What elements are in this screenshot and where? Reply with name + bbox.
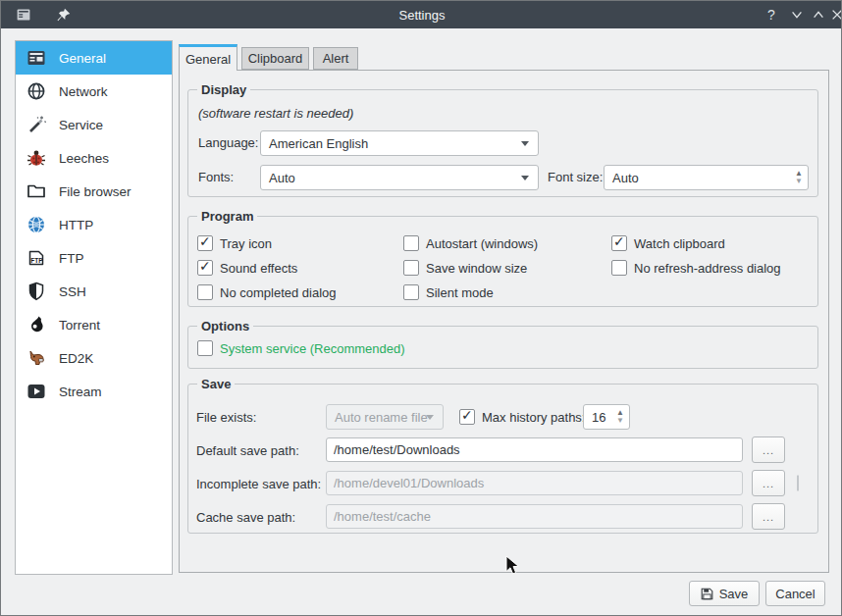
- sidebar-item-torrent[interactable]: Torrent: [16, 308, 172, 341]
- save-label: Save: [719, 587, 749, 601]
- ftp-document-icon: FTP: [26, 248, 46, 268]
- checkbox[interactable]: [403, 235, 419, 251]
- sidebar-item-leeches[interactable]: Leeches: [16, 141, 172, 175]
- checkbox-sound-effects[interactable]: Sound effects: [197, 260, 297, 276]
- mouse-cursor: [505, 555, 521, 577]
- tab-label: Alert: [323, 51, 349, 66]
- checkbox-label: No refresh-address dialog: [634, 261, 781, 276]
- settings-window: Settings ? General Network Service Leech…: [0, 0, 842, 616]
- sidebar-item-file-browser[interactable]: File browser: [16, 175, 172, 208]
- save-button[interactable]: Save: [689, 581, 760, 606]
- group-title: Save: [197, 377, 235, 391]
- font-size-value: Auto: [612, 171, 639, 185]
- checkbox[interactable]: [403, 284, 419, 300]
- checkbox-custom-incomplete-path[interactable]: [797, 475, 799, 491]
- file-exists-dropdown: Auto rename file: [326, 404, 444, 430]
- sidebar-item-ssh[interactable]: SSH: [16, 275, 172, 308]
- sidebar-item-ftp[interactable]: FTP FTP: [16, 241, 172, 275]
- checkbox[interactable]: [403, 260, 419, 276]
- checkbox-label: Sound effects: [220, 261, 297, 276]
- globe-icon: [26, 215, 46, 234]
- language-value: American English: [269, 136, 368, 151]
- browse-label: ...: [763, 444, 774, 456]
- checkbox[interactable]: [197, 340, 213, 356]
- browse-label: ...: [763, 478, 774, 489]
- checkbox[interactable]: [197, 284, 213, 300]
- donkey-icon: [26, 348, 46, 368]
- sidebar-item-stream[interactable]: Stream: [16, 375, 172, 408]
- max-history-value: 16: [592, 410, 605, 425]
- default-save-path-input[interactable]: [326, 437, 743, 462]
- checkbox-silent-mode[interactable]: Silent mode: [403, 284, 494, 300]
- file-exists-value: Auto rename file: [335, 410, 428, 425]
- checkbox[interactable]: [197, 260, 213, 276]
- sidebar-item-label: FTP: [59, 251, 84, 266]
- font-size-label: Font size:: [548, 170, 603, 184]
- sidebar-item-general[interactable]: General: [16, 41, 172, 75]
- chevron-down-icon: [521, 141, 529, 146]
- group-title: Program: [197, 209, 257, 224]
- tab-label: Clipboard: [248, 51, 303, 66]
- sidebar-item-label: Leeches: [59, 151, 109, 166]
- checkbox[interactable]: [611, 235, 627, 251]
- max-history-spinbox[interactable]: 16 ▲▼: [583, 404, 630, 430]
- play-icon: [26, 382, 46, 401]
- checkbox-label: Silent mode: [426, 285, 494, 300]
- globe-wireframe-icon: [26, 81, 46, 101]
- checkbox-label: System service (Recommended): [220, 341, 405, 356]
- checkbox[interactable]: [611, 260, 627, 276]
- sidebar-item-label: Network: [59, 84, 108, 99]
- save-group: Save File exists: Auto rename file Max h…: [187, 384, 818, 534]
- spinner-arrows-icon[interactable]: ▲▼: [616, 409, 624, 425]
- browse-default-path-button[interactable]: ...: [752, 436, 785, 463]
- magic-wand-icon: [26, 115, 46, 134]
- checkbox[interactable]: [197, 235, 213, 251]
- fonts-label: Fonts:: [198, 170, 234, 184]
- sidebar-item-service[interactable]: Service: [16, 108, 172, 141]
- checkbox-autostart[interactable]: Autostart (windows): [403, 235, 538, 251]
- close-icon[interactable]: [826, 4, 842, 26]
- spinner-arrows-icon[interactable]: ▲▼: [795, 170, 803, 185]
- floppy-disk-icon: [701, 588, 713, 600]
- checkbox-no-refresh-address[interactable]: No refresh-address dialog: [611, 260, 781, 276]
- group-title: Options: [197, 319, 253, 334]
- sidebar-item-ed2k[interactable]: ED2K: [16, 341, 172, 375]
- tab-general[interactable]: General: [179, 44, 237, 71]
- sidebar-item-label: General: [59, 51, 106, 66]
- torrent-flame-icon: [26, 315, 46, 334]
- checkbox-label: Autostart (windows): [426, 236, 538, 251]
- language-dropdown[interactable]: American English: [260, 130, 539, 156]
- checkbox-save-window-size[interactable]: Save window size: [403, 260, 527, 276]
- window-icon: [26, 48, 46, 68]
- checkbox-tray-icon[interactable]: Tray icon: [197, 235, 272, 251]
- file-exists-label: File exists:: [196, 410, 256, 425]
- tab-clipboard[interactable]: Clipboard: [241, 47, 309, 70]
- chevron-down-icon: [426, 415, 434, 420]
- help-button[interactable]: ?: [761, 4, 782, 26]
- sidebar-item-label: Torrent: [59, 318, 100, 333]
- browse-incomplete-path-button[interactable]: ...: [752, 470, 785, 496]
- svg-text:FTP: FTP: [30, 257, 43, 264]
- browse-cache-path-button[interactable]: ...: [752, 503, 785, 530]
- chevron-down-icon: [521, 176, 529, 180]
- checkbox[interactable]: [459, 409, 475, 425]
- checkbox-system-service[interactable]: System service (Recommended): [197, 340, 405, 356]
- fonts-dropdown[interactable]: Auto: [260, 165, 539, 190]
- tab-label: General: [185, 52, 231, 67]
- options-group: Options System service (Recommended): [187, 326, 818, 369]
- font-size-spinbox[interactable]: Auto ▲▼: [604, 165, 809, 190]
- sidebar-item-http[interactable]: HTTP: [16, 208, 172, 241]
- checkbox-label: Save window size: [426, 261, 527, 276]
- checkbox-max-history-paths[interactable]: Max history paths:: [459, 409, 586, 425]
- tab-alert[interactable]: Alert: [313, 47, 358, 70]
- cache-save-path-input: [326, 504, 743, 529]
- titlebar: Settings ?: [1, 1, 842, 28]
- minimize-icon[interactable]: [786, 4, 808, 26]
- fonts-value: Auto: [269, 171, 295, 185]
- checkbox-no-completed-dialog[interactable]: No completed dialog: [197, 284, 337, 300]
- incomplete-save-path-label: Incomplete save path:: [196, 477, 321, 491]
- display-group: Display (software restart is needed) Lan…: [187, 89, 818, 197]
- cancel-button[interactable]: Cancel: [765, 581, 825, 606]
- sidebar-item-network[interactable]: Network: [16, 75, 172, 108]
- checkbox-watch-clipboard[interactable]: Watch clipboard: [611, 235, 725, 251]
